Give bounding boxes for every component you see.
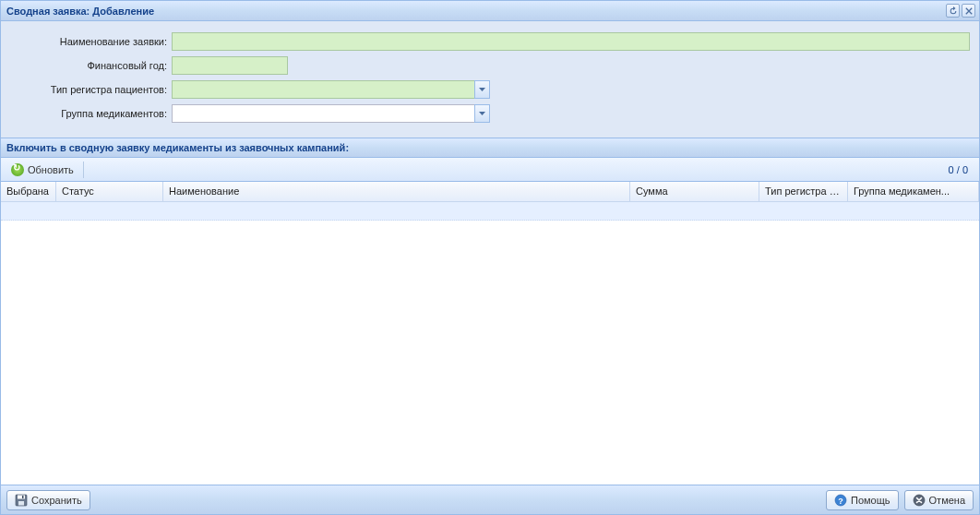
svg-rect-3 [22, 496, 24, 498]
cancel-button[interactable]: Отмена [904, 490, 974, 510]
col-group[interactable]: Группа медикамен... [848, 182, 979, 201]
chevron-down-icon [479, 112, 485, 115]
col-selected[interactable]: Выбрана [1, 182, 56, 201]
section-header: Включить в сводную заявку медикаменты из… [1, 138, 979, 158]
grid-toolbar: Обновить 0 / 0 [1, 158, 979, 182]
refresh-icon [11, 163, 24, 176]
save-button[interactable]: Сохранить [6, 490, 90, 510]
grid-header: Выбрана Статус Наименование Сумма Тип ре… [1, 182, 979, 202]
registry-label: Тип регистра пациентов: [10, 84, 172, 95]
name-input[interactable] [172, 32, 970, 51]
help-button[interactable]: ? Помощь [826, 490, 899, 510]
cancel-label: Отмена [929, 495, 965, 506]
svg-rect-1 [18, 495, 25, 498]
record-count: 0 / 0 [949, 164, 975, 175]
cancel-icon [913, 494, 926, 507]
grid-empty-row [1, 202, 979, 221]
grid-body [1, 202, 979, 485]
form-panel: Наименование заявки: Финансовый год: Тип… [1, 21, 979, 138]
svg-text:?: ? [838, 496, 843, 505]
col-status[interactable]: Статус [56, 182, 163, 201]
registry-combo-trigger[interactable] [474, 80, 490, 99]
col-registry[interactable]: Тип регистра паци... [759, 182, 848, 201]
year-label: Финансовый год: [10, 60, 172, 71]
refresh-label: Обновить [28, 164, 74, 175]
help-icon: ? [834, 494, 847, 507]
col-name[interactable]: Наименование [163, 182, 630, 201]
dialog-window: Сводная заявка: Добавление Наименование … [0, 0, 980, 515]
window-title: Сводная заявка: Добавление [5, 6, 946, 17]
group-combo-input[interactable] [172, 104, 474, 123]
save-icon [15, 494, 28, 507]
bottom-toolbar: Сохранить ? Помощь Отмена [1, 485, 979, 514]
year-input[interactable] [172, 56, 288, 75]
group-label: Группа медикаментов: [10, 108, 172, 119]
grid: Выбрана Статус Наименование Сумма Тип ре… [1, 182, 979, 485]
save-label: Сохранить [31, 495, 82, 506]
help-label: Помощь [851, 495, 890, 506]
close-icon[interactable] [962, 4, 975, 18]
refresh-button[interactable]: Обновить [5, 161, 80, 179]
registry-combo-input[interactable] [172, 80, 474, 99]
toolbar-separator [83, 162, 84, 178]
svg-rect-2 [18, 501, 24, 506]
group-combo-trigger[interactable] [474, 104, 490, 123]
refresh-tool-icon[interactable] [946, 4, 960, 18]
chevron-down-icon [479, 88, 485, 91]
col-sum[interactable]: Сумма [630, 182, 759, 201]
name-label: Наименование заявки: [10, 36, 172, 47]
titlebar: Сводная заявка: Добавление [1, 1, 979, 21]
